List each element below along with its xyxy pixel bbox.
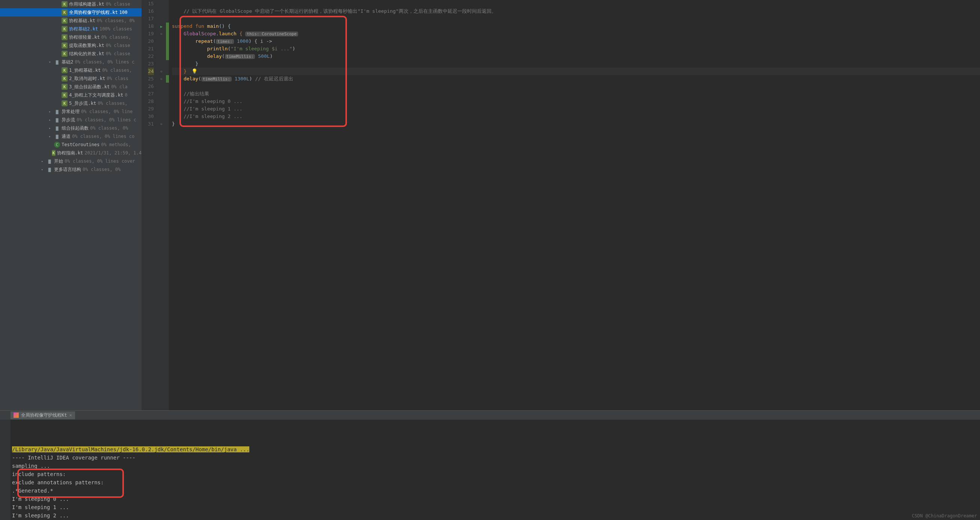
kotlin-file-icon: K [62, 75, 68, 81]
tree-item[interactable]: K协程很轻量.kt0% classes, [0, 33, 142, 41]
code-line[interactable]: } [172, 120, 980, 128]
tree-item-label: 全局协程像守护线程.kt [69, 10, 118, 16]
tree-item[interactable]: K5_异步流.kt0% classes, [0, 99, 142, 107]
code-line[interactable]: suspend fun main() { [172, 22, 980, 30]
code-line[interactable]: repeat(times: 1000) { i -> [172, 38, 980, 45]
folder-icon: ▇ [54, 125, 60, 131]
code-line[interactable]: //I'm sleeping 1 ... [172, 105, 980, 113]
fold-icon[interactable]: ⊖ [160, 32, 162, 36]
tree-item[interactable]: ▸▇开始0% classes, 0% lines cover [0, 157, 142, 165]
code-line[interactable] [172, 15, 980, 22]
chevron-icon[interactable]: ▾ [49, 60, 54, 64]
console-line: include patterns: [12, 470, 978, 478]
coverage-text: 0% classes, 0% line [81, 109, 132, 114]
tree-item[interactable]: K3_组合挂起函数.kt0% cla [0, 83, 142, 91]
tree-item-label: 协程很轻量.kt [69, 34, 100, 41]
code-line[interactable]: //I'm sleeping 0 ... [172, 98, 980, 105]
tree-item[interactable]: K作用域构建器.kt0% classe [0, 0, 142, 8]
tree-item-label: 5_异步流.kt [69, 100, 96, 107]
project-tree[interactable]: K作用域构建器.kt0% classeK全局协程像守护线程.kt100K协程基础… [0, 0, 142, 410]
code-line[interactable]: //I'm sleeping 2 ... [172, 113, 980, 120]
code-line[interactable]: } [172, 60, 980, 68]
tree-item[interactable]: K全局协程像守护线程.kt100 [0, 8, 142, 16]
tree-item-label: 异常处理 [62, 108, 80, 115]
tree-item[interactable]: K结构化的并发.kt0% classe [0, 49, 142, 58]
kotlin-file-icon: K [62, 100, 68, 106]
tree-item-label: 4_协程上下文与调度器.kt [69, 92, 123, 99]
kotlin-icon [14, 413, 19, 418]
code-line[interactable]: //输出结果 [172, 90, 980, 98]
tree-item-label: 2_取消与超时.kt [69, 75, 105, 82]
intention-bulb-icon[interactable]: 💡 [191, 69, 197, 74]
run-gutter-icon[interactable]: ▶ [160, 24, 162, 29]
kotlin-file-icon: K [62, 26, 68, 32]
code-line[interactable]: delay(timeMillis: 500L) [172, 53, 980, 60]
coverage-text: 0% classe [106, 2, 130, 7]
tree-item-label: 更多语言结构 [54, 166, 81, 173]
fold-icon[interactable]: ⊖ [160, 122, 162, 126]
console-tab-bar[interactable]: 全局协程像守护线程Kt × [0, 411, 980, 420]
tree-item-label: 协程指南.kt [57, 150, 83, 156]
tree-item[interactable]: ▸▇更多语言结构0% classes, 0% [0, 165, 142, 174]
code-editor[interactable]: 1516171819202122232425262728293031 ▶⊖⊖⊖⊖… [142, 0, 980, 410]
code-content[interactable]: 💡 // 以下代码在 GlobalScope 中启动了一个长期运行的协程，该协程… [169, 0, 980, 410]
chevron-icon[interactable]: ▸ [49, 126, 54, 130]
chevron-icon[interactable]: ▸ [41, 167, 46, 171]
test-icon: C [54, 142, 60, 148]
chevron-icon[interactable]: ▸ [49, 110, 54, 113]
run-tool-window[interactable]: 全局协程像守护线程Kt × /Library/Java/JavaVirtualM… [0, 410, 980, 520]
watermark: CSDN @ChinaDragonDreamer [912, 513, 977, 518]
tree-item-label: 1_协程基础.kt [69, 67, 101, 73]
chevron-icon[interactable]: ▸ [49, 134, 54, 138]
chevron-icon[interactable]: ▸ [49, 118, 54, 122]
tree-item[interactable]: K提取函数重构.kt0% classe [0, 41, 142, 49]
tree-item-label: 基础2 [62, 59, 73, 65]
line-number-gutter: 1516171819202122232425262728293031 [142, 0, 157, 410]
console-tab[interactable]: 全局协程像守护线程Kt × [11, 412, 75, 419]
tree-item[interactable]: CTestCoroutines0% methods, [0, 140, 142, 149]
coverage-text: 0 [125, 93, 127, 98]
kotlin-file-icon: K [52, 150, 55, 156]
console-tab-label: 全局协程像守护线程Kt [21, 412, 67, 419]
chevron-icon[interactable]: ▸ [41, 159, 46, 163]
code-line[interactable] [172, 83, 980, 90]
tree-item[interactable]: ▾▇基础20% classes, 0% lines c [0, 58, 142, 66]
tree-item[interactable]: ▸▇通道0% classes, 0% lines co [0, 132, 142, 140]
code-line[interactable]: GlobalScope.launch { this: CoroutineScop… [172, 30, 980, 38]
fold-icon[interactable]: ⊖ [160, 77, 162, 81]
console-line: .*Generated.* [12, 487, 978, 495]
code-line[interactable]: } [172, 68, 980, 75]
tree-item[interactable]: K协程基础.kt0% classes, 0% [0, 16, 142, 25]
tree-item-label: 组合挂起函数 [62, 125, 89, 131]
tree-item[interactable]: K1_协程基础.kt0% classes, [0, 66, 142, 74]
console-line: I'm sleeping 2 ... [12, 511, 978, 520]
coverage-text: 0% classes, 0% lines cover [65, 159, 135, 164]
code-line[interactable]: println("I'm sleeping $i ...") [172, 45, 980, 53]
coverage-text: 0% classes, 0% [83, 167, 121, 172]
console-output[interactable]: /Library/Java/JavaVirtualMachines/jdk-16… [11, 420, 980, 520]
tree-item[interactable]: ▸▇组合挂起函数0% classes, 0% [0, 124, 142, 132]
tree-item[interactable]: ▸▇异常处理0% classes, 0% line [0, 107, 142, 116]
tree-item-label: 协程基础.kt [69, 18, 95, 24]
coverage-text: 0% classes, [101, 35, 131, 40]
gutter-run-marks[interactable]: ▶⊖⊖⊖⊖ [157, 0, 166, 410]
tree-item[interactable]: ▸▇异步流0% classes, 0% lines c [0, 116, 142, 124]
fold-icon[interactable]: ⊖ [160, 70, 162, 73]
tree-item[interactable]: K协程基础2.kt100% classes [0, 25, 142, 33]
tree-item[interactable]: K4_协程上下文与调度器.kt0 [0, 91, 142, 99]
code-line[interactable] [172, 0, 980, 8]
tree-item[interactable]: K2_取消与超时.kt0% class [0, 74, 142, 83]
kotlin-file-icon: K [62, 1, 68, 7]
code-line[interactable]: // 以下代码在 GlobalScope 中启动了一个长期运行的协程，该协程每秒… [172, 8, 980, 15]
close-icon[interactable]: × [69, 413, 72, 418]
coverage-text: 0% classes, 0% lines c [76, 117, 136, 123]
coverage-bar [166, 0, 169, 410]
tree-item[interactable]: K协程指南.kt2021/1/31, 21:59, 1.4 [0, 149, 142, 157]
folder-icon: ▇ [54, 59, 60, 65]
console-line: I'm sleeping 1 ... [12, 503, 978, 511]
tree-item-label: TestCoroutines [62, 142, 100, 147]
coverage-text: 0% classes, 0% lines c [75, 59, 134, 65]
tree-item-label: 异步流 [62, 117, 75, 123]
kotlin-file-icon: K [62, 43, 68, 48]
code-line[interactable]: delay(timeMillis: 1300L) // 在延迟后退出 [172, 75, 980, 83]
